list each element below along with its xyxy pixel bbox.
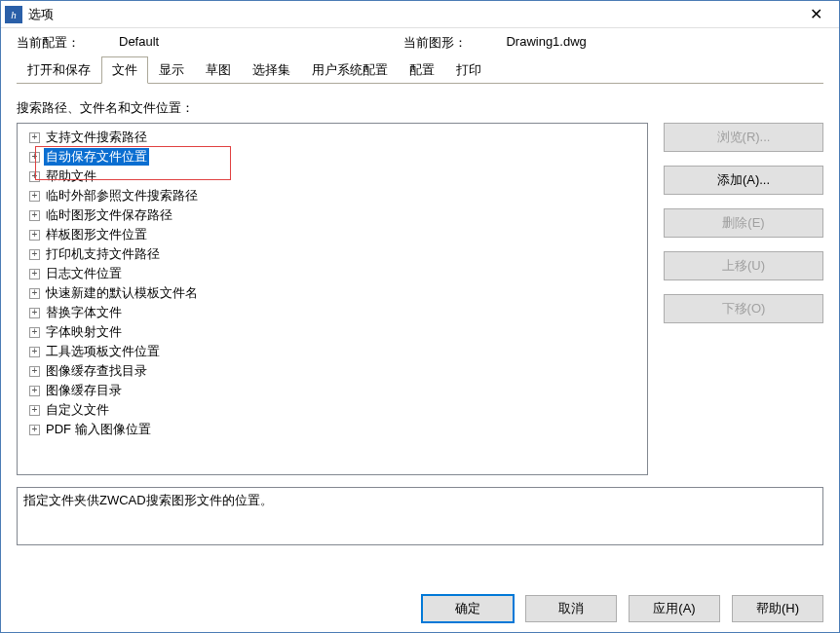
tab-3[interactable]: 草图: [195, 56, 242, 84]
side-buttons: 浏览(R)...添加(A)...删除(E)上移(U)下移(O): [664, 123, 823, 475]
ok-button[interactable]: 确定: [422, 595, 514, 622]
tab-strip: 打开和保存文件显示草图选择集用户系统配置配置打印: [17, 56, 823, 84]
apply-button[interactable]: 应用(A): [629, 595, 720, 622]
expand-icon[interactable]: +: [29, 210, 40, 221]
titlebar: h 选项 ✕: [1, 1, 839, 28]
tree-item[interactable]: +快速新建的默认模板文件名: [21, 283, 643, 303]
tree-item-label: 工具选项板文件位置: [44, 343, 162, 360]
expand-icon[interactable]: +: [29, 191, 40, 202]
window-title: 选项: [28, 6, 796, 23]
tree-item-label: 快速新建的默认模板文件名: [44, 284, 200, 302]
tree-item[interactable]: +图像缓存目录: [21, 381, 643, 400]
drawing-label: 当前图形：: [403, 34, 467, 52]
profile-label: 当前配置：: [17, 34, 80, 52]
tab-2[interactable]: 显示: [148, 56, 195, 84]
close-button[interactable]: ✕: [796, 1, 835, 27]
tree-item[interactable]: +图像缓存查找目录: [21, 361, 643, 381]
tree-item[interactable]: +临时图形文件保存路径: [21, 205, 643, 225]
tab-content: 搜索路径、文件名和文件位置： +支持文件搜索路径+自动保存文件位置+帮助文件+临…: [1, 84, 839, 631]
expand-icon[interactable]: +: [29, 425, 40, 435]
tree-item[interactable]: +自定义文件: [21, 400, 643, 420]
drawing-value: Drawing1.dwg: [506, 34, 586, 52]
tree-item-label: 自动保存文件位置: [44, 148, 149, 166]
options-dialog: h 选项 ✕ 当前配置： Default 当前图形： Drawing1.dwg …: [0, 0, 840, 633]
tab-4[interactable]: 选择集: [242, 56, 301, 84]
tree-item[interactable]: +字体映射文件: [21, 322, 643, 342]
tree-item-label: 样板图形文件位置: [44, 226, 149, 243]
expand-icon[interactable]: +: [29, 327, 40, 338]
help-button[interactable]: 帮助(H): [732, 595, 823, 622]
tree-item-label: 帮助文件: [44, 168, 98, 185]
tree-item[interactable]: +临时外部参照文件搜索路径: [21, 186, 643, 205]
tree-item[interactable]: +自动保存文件位置: [21, 147, 643, 167]
tree-item-label: 替换字体文件: [44, 304, 124, 321]
tree-item[interactable]: +样板图形文件位置: [21, 225, 643, 244]
side-button-0: 浏览(R)...: [664, 123, 823, 152]
tree-item-label: 字体映射文件: [44, 323, 124, 341]
profile-value: Default: [119, 34, 159, 52]
tab-6[interactable]: 配置: [399, 56, 445, 84]
tab-1[interactable]: 文件: [101, 56, 148, 84]
expand-icon[interactable]: +: [29, 347, 40, 357]
app-icon: h: [5, 6, 22, 23]
tree-item[interactable]: +支持文件搜索路径: [21, 128, 643, 147]
tree-item-label: 临时图形文件保存路径: [44, 206, 174, 224]
expand-icon[interactable]: +: [29, 288, 40, 299]
description-text: 指定文件夹供ZWCAD搜索图形文件的位置。: [23, 493, 273, 507]
cancel-button[interactable]: 取消: [525, 595, 617, 622]
tab-7[interactable]: 打印: [445, 56, 492, 84]
expand-icon[interactable]: +: [29, 366, 40, 377]
info-row: 当前配置： Default 当前图形： Drawing1.dwg: [1, 28, 839, 56]
expand-icon[interactable]: +: [29, 269, 40, 279]
expand-icon[interactable]: +: [29, 405, 40, 416]
tree-item-label: 打印机支持文件路径: [44, 245, 162, 263]
expand-icon[interactable]: +: [29, 308, 40, 318]
expand-icon[interactable]: +: [29, 249, 40, 260]
tree-item-label: PDF 输入图像位置: [44, 421, 153, 438]
expand-icon[interactable]: +: [29, 230, 40, 241]
side-button-1[interactable]: 添加(A)...: [664, 166, 823, 195]
description-box: 指定文件夹供ZWCAD搜索图形文件的位置。: [17, 487, 823, 545]
expand-icon[interactable]: +: [29, 152, 40, 163]
tree-item[interactable]: +日志文件位置: [21, 264, 643, 283]
tree-item-label: 支持文件搜索路径: [44, 129, 149, 146]
side-button-3: 上移(U): [664, 251, 823, 280]
tree-item-label: 图像缓存查找目录: [44, 362, 149, 380]
tree-item[interactable]: +PDF 输入图像位置: [21, 420, 643, 439]
tree-item[interactable]: +打印机支持文件路径: [21, 244, 643, 264]
tab-5[interactable]: 用户系统配置: [301, 56, 399, 84]
content-label: 搜索路径、文件名和文件位置：: [17, 99, 823, 117]
expand-icon[interactable]: +: [29, 386, 40, 396]
side-button-2: 删除(E): [664, 208, 823, 238]
expand-icon[interactable]: +: [29, 171, 40, 182]
side-button-4: 下移(O): [664, 294, 823, 323]
expand-icon[interactable]: +: [29, 132, 40, 143]
tree-item[interactable]: +帮助文件: [21, 167, 643, 186]
tree-item-label: 日志文件位置: [44, 265, 124, 282]
tab-0[interactable]: 打开和保存: [17, 56, 101, 84]
bottom-buttons: 确定 取消 应用(A) 帮助(H): [422, 595, 823, 622]
file-tree[interactable]: +支持文件搜索路径+自动保存文件位置+帮助文件+临时外部参照文件搜索路径+临时图…: [17, 123, 648, 475]
tree-item-label: 图像缓存目录: [44, 382, 124, 399]
tree-item[interactable]: +工具选项板文件位置: [21, 342, 643, 361]
tree-item[interactable]: +替换字体文件: [21, 303, 643, 322]
tree-item-label: 自定义文件: [44, 401, 111, 419]
tree-item-label: 临时外部参照文件搜索路径: [44, 187, 200, 205]
